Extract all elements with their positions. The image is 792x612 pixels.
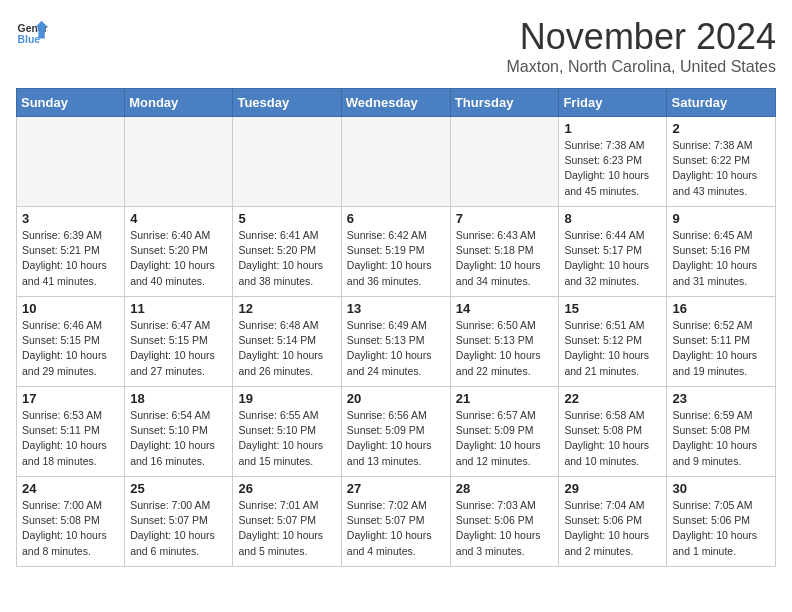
day-number: 28	[456, 481, 554, 496]
calendar-cell: 14Sunrise: 6:50 AM Sunset: 5:13 PM Dayli…	[450, 297, 559, 387]
day-info: Sunrise: 7:02 AM Sunset: 5:07 PM Dayligh…	[347, 498, 445, 559]
day-info: Sunrise: 6:54 AM Sunset: 5:10 PM Dayligh…	[130, 408, 227, 469]
day-number: 17	[22, 391, 119, 406]
calendar-cell: 13Sunrise: 6:49 AM Sunset: 5:13 PM Dayli…	[341, 297, 450, 387]
day-number: 22	[564, 391, 661, 406]
day-info: Sunrise: 7:05 AM Sunset: 5:06 PM Dayligh…	[672, 498, 770, 559]
day-info: Sunrise: 6:52 AM Sunset: 5:11 PM Dayligh…	[672, 318, 770, 379]
calendar-cell	[233, 117, 341, 207]
calendar-cell: 10Sunrise: 6:46 AM Sunset: 5:15 PM Dayli…	[17, 297, 125, 387]
week-row-3: 10Sunrise: 6:46 AM Sunset: 5:15 PM Dayli…	[17, 297, 776, 387]
day-number: 12	[238, 301, 335, 316]
day-number: 1	[564, 121, 661, 136]
day-info: Sunrise: 6:49 AM Sunset: 5:13 PM Dayligh…	[347, 318, 445, 379]
day-number: 19	[238, 391, 335, 406]
day-info: Sunrise: 6:43 AM Sunset: 5:18 PM Dayligh…	[456, 228, 554, 289]
day-number: 5	[238, 211, 335, 226]
day-info: Sunrise: 7:38 AM Sunset: 6:23 PM Dayligh…	[564, 138, 661, 199]
calendar-cell: 19Sunrise: 6:55 AM Sunset: 5:10 PM Dayli…	[233, 387, 341, 477]
weekday-header-thursday: Thursday	[450, 89, 559, 117]
day-info: Sunrise: 6:58 AM Sunset: 5:08 PM Dayligh…	[564, 408, 661, 469]
day-info: Sunrise: 7:00 AM Sunset: 5:07 PM Dayligh…	[130, 498, 227, 559]
title-area: November 2024 Maxton, North Carolina, Un…	[507, 16, 776, 76]
week-row-1: 1Sunrise: 7:38 AM Sunset: 6:23 PM Daylig…	[17, 117, 776, 207]
day-info: Sunrise: 6:45 AM Sunset: 5:16 PM Dayligh…	[672, 228, 770, 289]
calendar-cell: 7Sunrise: 6:43 AM Sunset: 5:18 PM Daylig…	[450, 207, 559, 297]
calendar-cell: 23Sunrise: 6:59 AM Sunset: 5:08 PM Dayli…	[667, 387, 776, 477]
calendar-cell: 11Sunrise: 6:47 AM Sunset: 5:15 PM Dayli…	[125, 297, 233, 387]
weekday-header-friday: Friday	[559, 89, 667, 117]
day-info: Sunrise: 7:03 AM Sunset: 5:06 PM Dayligh…	[456, 498, 554, 559]
weekday-header-tuesday: Tuesday	[233, 89, 341, 117]
day-number: 14	[456, 301, 554, 316]
day-number: 16	[672, 301, 770, 316]
day-info: Sunrise: 6:59 AM Sunset: 5:08 PM Dayligh…	[672, 408, 770, 469]
location-title: Maxton, North Carolina, United States	[507, 58, 776, 76]
day-number: 9	[672, 211, 770, 226]
day-info: Sunrise: 6:56 AM Sunset: 5:09 PM Dayligh…	[347, 408, 445, 469]
day-info: Sunrise: 6:41 AM Sunset: 5:20 PM Dayligh…	[238, 228, 335, 289]
day-number: 26	[238, 481, 335, 496]
weekday-header-wednesday: Wednesday	[341, 89, 450, 117]
day-number: 21	[456, 391, 554, 406]
day-number: 6	[347, 211, 445, 226]
weekday-header-monday: Monday	[125, 89, 233, 117]
day-info: Sunrise: 6:46 AM Sunset: 5:15 PM Dayligh…	[22, 318, 119, 379]
logo: General Blue	[16, 16, 48, 48]
calendar-cell: 24Sunrise: 7:00 AM Sunset: 5:08 PM Dayli…	[17, 477, 125, 567]
week-row-2: 3Sunrise: 6:39 AM Sunset: 5:21 PM Daylig…	[17, 207, 776, 297]
day-info: Sunrise: 7:01 AM Sunset: 5:07 PM Dayligh…	[238, 498, 335, 559]
calendar-cell: 28Sunrise: 7:03 AM Sunset: 5:06 PM Dayli…	[450, 477, 559, 567]
weekday-header-saturday: Saturday	[667, 89, 776, 117]
logo-icon: General Blue	[16, 16, 48, 48]
day-info: Sunrise: 6:42 AM Sunset: 5:19 PM Dayligh…	[347, 228, 445, 289]
day-info: Sunrise: 6:44 AM Sunset: 5:17 PM Dayligh…	[564, 228, 661, 289]
calendar: SundayMondayTuesdayWednesdayThursdayFrid…	[16, 88, 776, 567]
day-number: 20	[347, 391, 445, 406]
day-number: 23	[672, 391, 770, 406]
day-number: 24	[22, 481, 119, 496]
calendar-cell: 9Sunrise: 6:45 AM Sunset: 5:16 PM Daylig…	[667, 207, 776, 297]
calendar-cell: 1Sunrise: 7:38 AM Sunset: 6:23 PM Daylig…	[559, 117, 667, 207]
week-row-4: 17Sunrise: 6:53 AM Sunset: 5:11 PM Dayli…	[17, 387, 776, 477]
calendar-cell: 25Sunrise: 7:00 AM Sunset: 5:07 PM Dayli…	[125, 477, 233, 567]
calendar-cell: 4Sunrise: 6:40 AM Sunset: 5:20 PM Daylig…	[125, 207, 233, 297]
day-info: Sunrise: 6:51 AM Sunset: 5:12 PM Dayligh…	[564, 318, 661, 379]
day-number: 30	[672, 481, 770, 496]
day-number: 29	[564, 481, 661, 496]
day-info: Sunrise: 6:53 AM Sunset: 5:11 PM Dayligh…	[22, 408, 119, 469]
calendar-cell: 3Sunrise: 6:39 AM Sunset: 5:21 PM Daylig…	[17, 207, 125, 297]
day-info: Sunrise: 7:38 AM Sunset: 6:22 PM Dayligh…	[672, 138, 770, 199]
calendar-cell: 6Sunrise: 6:42 AM Sunset: 5:19 PM Daylig…	[341, 207, 450, 297]
day-info: Sunrise: 6:39 AM Sunset: 5:21 PM Dayligh…	[22, 228, 119, 289]
calendar-cell: 27Sunrise: 7:02 AM Sunset: 5:07 PM Dayli…	[341, 477, 450, 567]
week-row-5: 24Sunrise: 7:00 AM Sunset: 5:08 PM Dayli…	[17, 477, 776, 567]
day-info: Sunrise: 6:48 AM Sunset: 5:14 PM Dayligh…	[238, 318, 335, 379]
day-number: 10	[22, 301, 119, 316]
header: General Blue November 2024 Maxton, North…	[16, 16, 776, 76]
calendar-cell: 17Sunrise: 6:53 AM Sunset: 5:11 PM Dayli…	[17, 387, 125, 477]
day-info: Sunrise: 7:00 AM Sunset: 5:08 PM Dayligh…	[22, 498, 119, 559]
calendar-cell: 2Sunrise: 7:38 AM Sunset: 6:22 PM Daylig…	[667, 117, 776, 207]
calendar-cell	[341, 117, 450, 207]
day-number: 7	[456, 211, 554, 226]
day-number: 18	[130, 391, 227, 406]
day-info: Sunrise: 6:55 AM Sunset: 5:10 PM Dayligh…	[238, 408, 335, 469]
calendar-cell: 30Sunrise: 7:05 AM Sunset: 5:06 PM Dayli…	[667, 477, 776, 567]
day-info: Sunrise: 6:57 AM Sunset: 5:09 PM Dayligh…	[456, 408, 554, 469]
day-info: Sunrise: 6:47 AM Sunset: 5:15 PM Dayligh…	[130, 318, 227, 379]
calendar-cell: 22Sunrise: 6:58 AM Sunset: 5:08 PM Dayli…	[559, 387, 667, 477]
calendar-cell	[17, 117, 125, 207]
day-info: Sunrise: 6:50 AM Sunset: 5:13 PM Dayligh…	[456, 318, 554, 379]
day-number: 15	[564, 301, 661, 316]
calendar-cell: 20Sunrise: 6:56 AM Sunset: 5:09 PM Dayli…	[341, 387, 450, 477]
day-number: 13	[347, 301, 445, 316]
calendar-cell	[450, 117, 559, 207]
day-number: 25	[130, 481, 227, 496]
calendar-cell: 8Sunrise: 6:44 AM Sunset: 5:17 PM Daylig…	[559, 207, 667, 297]
day-number: 11	[130, 301, 227, 316]
calendar-cell: 12Sunrise: 6:48 AM Sunset: 5:14 PM Dayli…	[233, 297, 341, 387]
calendar-cell: 5Sunrise: 6:41 AM Sunset: 5:20 PM Daylig…	[233, 207, 341, 297]
calendar-cell: 29Sunrise: 7:04 AM Sunset: 5:06 PM Dayli…	[559, 477, 667, 567]
weekday-header-row: SundayMondayTuesdayWednesdayThursdayFrid…	[17, 89, 776, 117]
